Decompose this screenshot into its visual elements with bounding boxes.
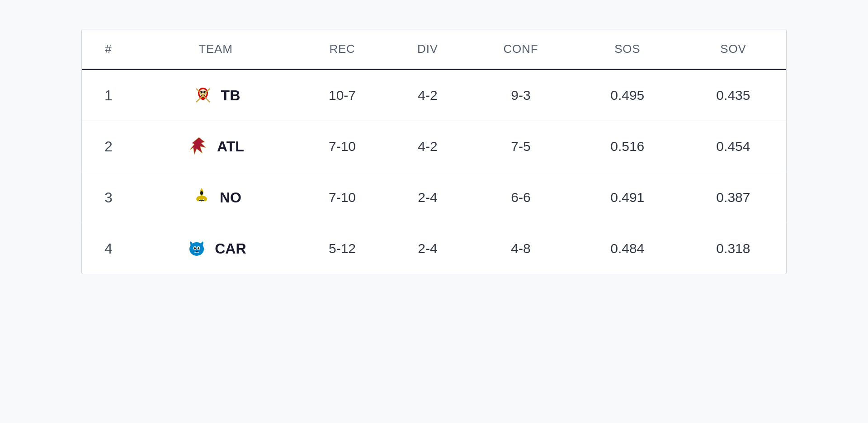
conf-cell: 6-6 <box>467 172 575 223</box>
team-cell: TB <box>135 70 297 121</box>
div-cell: 2-4 <box>388 172 467 223</box>
svg-point-11 <box>194 247 196 249</box>
team-abbr: CAR <box>215 240 246 257</box>
col-rec: REC <box>296 29 388 70</box>
div-cell: 4-2 <box>388 70 467 121</box>
sos-cell: 0.491 <box>575 172 680 223</box>
team-abbr: TB <box>221 87 241 104</box>
team-abbr: NO <box>220 189 241 206</box>
col-sov: SOV <box>680 29 786 70</box>
div-cell: 2-4 <box>388 223 467 274</box>
rec-cell: 10-7 <box>296 70 388 121</box>
svg-point-13 <box>196 251 198 252</box>
conf-cell: 4-8 <box>467 223 575 274</box>
col-team: TEAM <box>135 29 297 70</box>
sov-cell: 0.387 <box>680 172 786 223</box>
rank-cell: 3 <box>82 172 135 223</box>
svg-point-6 <box>200 191 203 195</box>
standings-table-wrapper: # TEAM REC DIV CONF SOS SOV 1 <box>81 29 787 274</box>
team-logo-atl <box>187 135 211 158</box>
rec-cell: 7-10 <box>296 172 388 223</box>
table-row: 2 ATL 7-10 4-2 7-5 0.516 0.454 <box>82 121 786 172</box>
sos-cell: 0.516 <box>575 121 680 172</box>
standings-table: # TEAM REC DIV CONF SOS SOV 1 <box>82 29 786 274</box>
team-abbr: ATL <box>217 138 244 155</box>
sos-cell: 0.484 <box>575 223 680 274</box>
div-cell: 4-2 <box>388 121 467 172</box>
sov-cell: 0.318 <box>680 223 786 274</box>
col-conf: CONF <box>467 29 575 70</box>
team-logo-no <box>190 186 213 209</box>
svg-point-12 <box>198 247 199 249</box>
table-row: 4 CAR 5-12 2-4 4-8 <box>82 223 786 274</box>
svg-rect-7 <box>199 200 204 201</box>
page-container: # TEAM REC DIV CONF SOS SOV 1 <box>81 18 787 274</box>
sos-cell: 0.495 <box>575 70 680 121</box>
team-logo-tb <box>191 84 215 107</box>
rec-cell: 7-10 <box>296 121 388 172</box>
col-rank: # <box>82 29 135 70</box>
team-logo-car <box>185 237 208 260</box>
table-row: 3 NO 7-10 2-4 6-6 0.491 0.387 <box>82 172 786 223</box>
rank-cell: 4 <box>82 223 135 274</box>
team-cell: ATL <box>135 121 297 172</box>
table-row: 1 TB 10-7 4-2 9-3 <box>82 70 786 121</box>
rank-cell: 1 <box>82 70 135 121</box>
sov-cell: 0.435 <box>680 70 786 121</box>
header-row: # TEAM REC DIV CONF SOS SOV <box>82 29 786 70</box>
conf-cell: 9-3 <box>467 70 575 121</box>
sov-cell: 0.454 <box>680 121 786 172</box>
col-div: DIV <box>388 29 467 70</box>
rank-cell: 2 <box>82 121 135 172</box>
team-cell: CAR <box>135 223 297 274</box>
conf-cell: 7-5 <box>467 121 575 172</box>
col-sos: SOS <box>575 29 680 70</box>
rec-cell: 5-12 <box>296 223 388 274</box>
team-cell: NO <box>135 172 297 223</box>
